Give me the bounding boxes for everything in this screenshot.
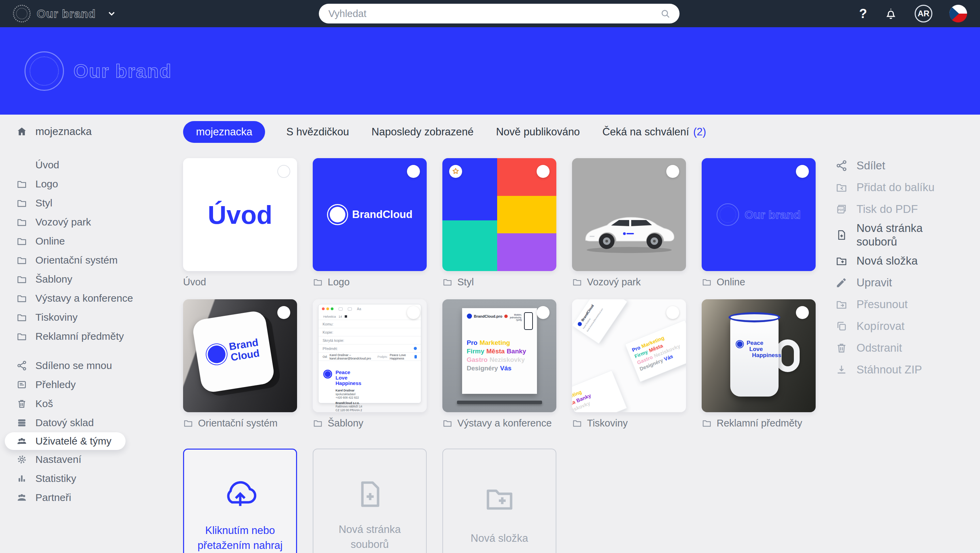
action-label: Upravit [856, 276, 892, 289]
card-vystavy-a-konference[interactable]: BrandCloud.pro Mobilní, jednoduchý, rych… [442, 299, 556, 430]
card-orientacni-system[interactable]: BrandCloud Orientační systém [183, 299, 297, 430]
sidebar-item-orientacni-system[interactable]: Orientační systém [0, 251, 177, 270]
tab-mojeznacka[interactable]: mojeznacka [183, 121, 265, 143]
card-thumbnail[interactable]: BrandCloud.pro Mobilní, jednoduchý, rych… [442, 299, 556, 412]
card-thumbnail[interactable]: Peace Love Happiness [702, 299, 816, 412]
workspace-switcher[interactable]: Our brand [13, 5, 117, 22]
card-reklamni-predmety[interactable]: Peace Love Happiness Reklamní předměty [702, 299, 816, 430]
share-icon [16, 360, 27, 371]
action-edit[interactable]: Upravit [835, 272, 980, 294]
sidebar-item-styl[interactable]: Styl [0, 194, 177, 213]
card-online[interactable]: Our brand Online [702, 158, 816, 289]
card-select-checkbox[interactable] [277, 306, 290, 319]
trash-icon [835, 342, 848, 354]
card-select-checkbox[interactable] [537, 165, 550, 178]
folder-icon [16, 293, 27, 304]
card-thumbnail[interactable]: Aa Helvetica14 Komu: Kopie: Skrytá kopie… [313, 299, 427, 412]
card-tiskoviny[interactable]: BrandCloud Karel Drašnar karel.drasnar@b… [572, 299, 686, 430]
tab-nove-publikovano[interactable]: Nově publikováno [495, 121, 581, 143]
sidebar-item-partneri[interactable]: Partneři [0, 488, 177, 507]
card-thumbnail[interactable]: Úvod [183, 158, 297, 271]
sidebar-item-tiskoviny[interactable]: Tiskoviny [0, 308, 177, 327]
sidebar-item-reklamni-predmety[interactable]: Reklamní předměty [0, 327, 177, 346]
signature-chip-icon [414, 355, 417, 359]
sidebar-item-vozovy-park[interactable]: Vozový park [0, 213, 177, 232]
card-select-checkbox[interactable] [796, 165, 809, 178]
card-thumbnail[interactable]: Our brand [702, 158, 816, 271]
action-move[interactable]: Přesunout [835, 294, 980, 315]
new-folder-button[interactable]: Nová složka [442, 448, 556, 553]
card-select-checkbox[interactable] [666, 306, 679, 319]
user-avatar[interactable]: AR [915, 5, 932, 22]
help-button[interactable]: ? [859, 6, 867, 21]
card-thumbnail[interactable]: BrandCloud Karel Drašnar karel.drasnar@b… [572, 299, 686, 412]
card-select-checkbox[interactable] [537, 306, 550, 319]
card-select-checkbox[interactable] [666, 165, 679, 178]
notifications-bell-icon[interactable] [884, 7, 898, 21]
rollup-word: Neziskovky [490, 356, 525, 363]
folder-icon [313, 277, 323, 287]
sidebar-item-kos[interactable]: Koš [0, 394, 177, 413]
sidebar-item-online[interactable]: Online [0, 232, 177, 251]
card-logo[interactable]: BrandCloud Logo [313, 158, 427, 289]
mug-rim [729, 312, 780, 323]
rollup-word: Designéry [467, 365, 498, 372]
tab-s-hvezdickou[interactable]: S hvězdičkou [285, 121, 350, 143]
sidebar-item-nastaveni[interactable]: Nastavení [0, 450, 177, 469]
card-caption: Styl [442, 275, 556, 289]
action-download-zip[interactable]: Stáhnout ZIP [835, 359, 980, 381]
card-vozovy-park[interactable]: Vozový park [572, 158, 686, 289]
signature-logo-icon [323, 370, 332, 378]
card-uvod[interactable]: Úvod Úvod [183, 158, 297, 289]
tab-ceka-na-schvaleni[interactable]: Čeká na schválení(2) [601, 121, 708, 143]
language-flag-czech[interactable] [950, 5, 967, 22]
card-label: Orientační systém [198, 418, 278, 429]
action-share[interactable]: Sdílet [835, 155, 980, 176]
search-icon[interactable] [660, 8, 671, 19]
file-plus-icon [353, 478, 386, 510]
card-thumbnail[interactable] [442, 158, 556, 271]
sidebar-item-logo[interactable]: Logo [0, 175, 177, 194]
mug-text-line: Love [749, 346, 781, 352]
overview-icon [16, 379, 27, 390]
action-add-to-package[interactable]: Přidat do balíku [835, 176, 980, 198]
card-sablony[interactable]: Aa Helvetica14 Komu: Kopie: Skrytá kopie… [313, 299, 427, 430]
card-select-checkbox[interactable] [407, 306, 420, 319]
sidebar-item-uzivatele-tymy[interactable]: Uživatelé & týmy [5, 432, 126, 450]
sidebar-item-uvod[interactable]: Úvod [0, 156, 177, 175]
action-new-folder[interactable]: Nová složka [835, 250, 980, 272]
priority-dot [414, 347, 417, 350]
new-file-page-button[interactable]: Nová stránka souborů [313, 448, 427, 553]
sidebar-item-datovy-sklad[interactable]: Datový sklad [0, 413, 177, 432]
outline-logo-icon [717, 203, 739, 226]
chevron-down-icon[interactable] [107, 8, 117, 19]
sidebar-item-statistiky[interactable]: Statistiky [0, 469, 177, 488]
sidebar-item-label: Partneři [35, 492, 71, 503]
home-icon [16, 106, 27, 157]
action-new-file-page[interactable]: Nová stránka souborů [835, 220, 980, 250]
action-copy[interactable]: Kopírovat [835, 315, 980, 337]
search-input[interactable] [328, 8, 660, 20]
card-select-checkbox[interactable] [407, 165, 420, 178]
sidebar-item-sablony[interactable]: Šablony [0, 270, 177, 289]
action-delete[interactable]: Odstranit [835, 337, 980, 359]
card-select-checkbox[interactable] [796, 306, 809, 319]
banner-brand-name: Our brand [73, 60, 172, 82]
tab-naposledy-zobrazene[interactable]: Naposledy zobrazené [370, 121, 475, 143]
search-bar[interactable] [319, 4, 679, 24]
sidebar-item-vystavy[interactable]: Výstavy a konference [0, 289, 177, 308]
sidebar-item-sdileno-se-mnou[interactable]: Sdíleno se mnou [0, 356, 177, 375]
upload-dropzone[interactable]: Kliknutím nebo přetažením nahraj soubor [183, 448, 297, 553]
sidebar-item-prehledy[interactable]: Přehledy [0, 375, 177, 394]
star-badge-icon[interactable] [449, 165, 462, 178]
car-photo [578, 207, 680, 257]
sidebar-item-home[interactable]: mojeznacka [0, 121, 177, 142]
card-thumbnail[interactable]: BrandCloud [313, 158, 427, 271]
action-print-to-pdf[interactable]: Tisk do PDF [835, 198, 980, 220]
card-thumbnail[interactable]: BrandCloud [183, 299, 297, 412]
card-select-checkbox[interactable] [277, 165, 290, 178]
card-thumbnail[interactable] [572, 158, 686, 271]
business-card: ProMarketing FirmyMěsta GastroNeziskovky… [625, 320, 686, 382]
card-styl[interactable]: Styl [442, 158, 556, 289]
rollup-word: Firmy [467, 348, 485, 355]
